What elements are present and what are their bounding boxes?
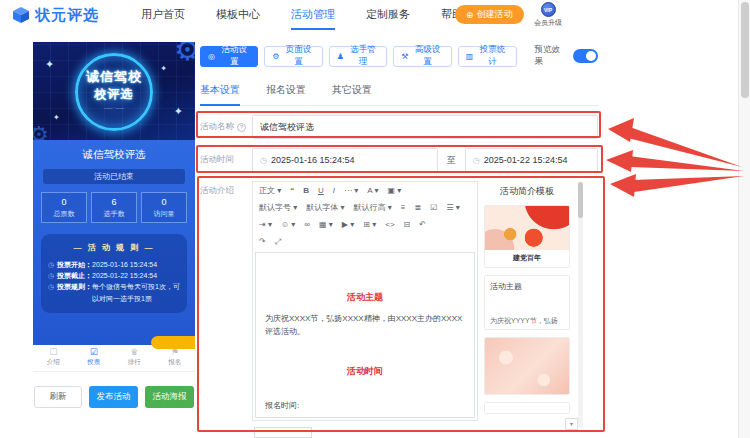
activity-name-field[interactable] (260, 122, 590, 132)
gear-icon: ⚙ (33, 122, 49, 140)
activity-time-row: 活动时间 ◷ 至 ◷ (200, 148, 598, 172)
advanced-settings-button[interactable]: ⚒ 高级设置 (393, 46, 451, 67)
preview-toggle[interactable] (573, 49, 598, 63)
phone-tab-intro[interactable]: ☐ 介绍 (33, 345, 74, 371)
ordered-list-icon[interactable]: ≣ (414, 203, 421, 212)
panel-scrollbar[interactable] (578, 182, 583, 428)
rule-vote-rule: ◷ 投票规则： 每个微信号每天可投1次，可以对同一选手投1票 (48, 281, 180, 303)
status-banner: 活动已结束 (43, 169, 185, 184)
help-icon[interactable]: ? (237, 123, 246, 132)
font-size-dropdown[interactable]: 默认字号 ▾ (259, 202, 297, 213)
activity-intro-label: 活动介绍 (200, 181, 252, 197)
page-scrollbar[interactable] (738, 0, 750, 438)
image-dropdown[interactable]: ▦ ▾ (319, 220, 333, 229)
vip-upgrade[interactable]: VIP 会员升级 (531, 2, 565, 28)
phone-tab-vote[interactable]: ☑ 投票 (74, 345, 115, 371)
refresh-button[interactable]: 刷新 (34, 386, 82, 408)
template-thumbnail (485, 338, 569, 394)
phone-action-buttons: 刷新 发布活动 活动海报 (33, 386, 195, 408)
font-color-dropdown[interactable]: A ▾ (367, 186, 378, 195)
highlight-color-dropdown[interactable]: ▣ ▾ (387, 186, 401, 195)
publish-activity-button[interactable]: 发布活动 (89, 386, 138, 408)
rules-card: — 活 动 规 则 — ◷ 投票开始： 2025-01-16 15:24:54 … (41, 234, 187, 313)
intro-heading-theme: 活动主题 (265, 291, 465, 304)
page-settings-button[interactable]: ⚙ 页面设置 (264, 46, 322, 67)
undo-icon[interactable]: ↶ (419, 220, 426, 229)
paragraph-style-dropdown[interactable]: 正文 ▾ (259, 185, 281, 196)
time-end-input[interactable]: ◷ (465, 148, 598, 172)
phone-tab-bar: ☐ 介绍 ☑ 投票 ♛ 排行 ⚑ 报名 (33, 345, 195, 372)
preview-label: 预览效果 (535, 44, 568, 68)
blockquote-icon[interactable]: “ (290, 186, 294, 195)
create-activity-button[interactable]: ⊕ 创建活动 (455, 5, 524, 24)
activity-name-input[interactable] (252, 115, 598, 139)
time-start-input[interactable]: ◷ (252, 148, 438, 172)
preview-effect: 预览效果 (535, 44, 598, 68)
editor-toolbar-row-3: ⇥ ▾ ☺ ▾ ∞ ▦ ▾ ▶ ▾ ⊞ ▾ <> ⊟ ↶ (253, 216, 477, 233)
crown-icon: ♛ (114, 348, 155, 357)
logo[interactable]: 状元评选 (12, 6, 99, 25)
bar-chart-icon: ▥ (466, 52, 474, 61)
nav-item-activity-manage[interactable]: 活动管理 (291, 7, 335, 24)
settings-panel: ◎ 活动设置 ⚙ 页面设置 ♟ 选手管理 ⚒ 高级设置 ▥ 投票统计 预览效果 … (200, 44, 598, 438)
align-dropdown[interactable]: ☰ ▾ (446, 203, 459, 212)
page-scrollbar-thumb[interactable] (741, 2, 749, 98)
intro-heading-time: 活动时间 (265, 365, 465, 378)
player-manage-button[interactable]: ♟ 选手管理 (329, 46, 387, 67)
todo-list-icon[interactable]: ☑ (430, 203, 437, 212)
nav-item-custom-service[interactable]: 定制服务 (366, 7, 410, 24)
video-dropdown[interactable]: ▶ ▾ (342, 220, 354, 229)
logo-text: 状元评选 (35, 6, 99, 25)
rich-editor-wrap: 正文 ▾ “ B U I ⋯ ▾ A ▾ ▣ ▾ 默认字号 ▾ 默认字体 ▾ 默… (252, 181, 478, 438)
indent-dropdown[interactable]: ⇥ ▾ (259, 220, 272, 229)
rich-text-editor: 正文 ▾ “ B U I ⋯ ▾ A ▾ ▣ ▾ 默认字号 ▾ 默认字体 ▾ 默… (252, 181, 478, 421)
bullet-list-icon[interactable]: ≡ (401, 203, 406, 212)
underline-icon[interactable]: U (318, 186, 324, 195)
intro-template-panel: 活动简介模板 建党百年 活动主题 为庆祝YYYY节，弘扬 (484, 181, 570, 437)
activity-poster-button[interactable]: 活动海报 (145, 386, 194, 408)
panel-scrollbar-thumb[interactable] (578, 182, 583, 218)
table-dropdown[interactable]: ⊞ ▾ (363, 220, 376, 229)
vote-statistics-button[interactable]: ▥ 投票统计 (458, 46, 517, 67)
template-card-party100[interactable]: 建党百年 (484, 205, 570, 268)
redo-icon[interactable]: ↷ (259, 237, 266, 246)
code-icon[interactable]: <> (385, 220, 394, 229)
time-start-field[interactable] (271, 155, 430, 165)
editor-wordcount-box (254, 427, 312, 438)
link-icon[interactable]: ∞ (304, 220, 310, 229)
people-icon: ♟ (337, 52, 344, 61)
nav-item-templates[interactable]: 模板中心 (216, 7, 260, 24)
bold-icon[interactable]: B (303, 186, 309, 195)
fullscreen-icon[interactable]: ⤢ (275, 237, 281, 247)
tab-other-settings[interactable]: 其它设置 (332, 83, 372, 105)
floating-action-tag[interactable] (151, 336, 195, 349)
tab-basic-settings[interactable]: 基本设置 (200, 83, 240, 105)
tab-signup-settings[interactable]: 报名设置 (266, 83, 306, 105)
divider-icon[interactable]: ⊟ (404, 220, 411, 229)
rule-vote-start: ◷ 投票开始： 2025-01-16 15:24:54 (48, 259, 180, 270)
more-format-dropdown[interactable]: ⋯ ▾ (344, 186, 358, 195)
clock-icon: ◷ (48, 281, 54, 303)
clock-icon: ◷ (260, 156, 267, 165)
plus-icon: ⊕ (466, 10, 474, 20)
italic-icon[interactable]: I (333, 186, 335, 195)
stat-visits: 0 访问量 (141, 192, 187, 223)
emoji-dropdown[interactable]: ☺ ▾ (281, 220, 295, 229)
scroll-down-button[interactable]: ▾ (565, 418, 578, 430)
activity-settings-button[interactable]: ◎ 活动设置 (200, 46, 258, 67)
nav-item-home[interactable]: 用户首页 (141, 7, 185, 24)
template-card-pink[interactable] (484, 337, 570, 395)
editor-content[interactable]: 活动主题 为庆祝XXXX节，弘扬XXXX精神，由XXXX主办的XXXX评选活动。… (255, 252, 475, 418)
template-card-partial[interactable] (484, 402, 570, 414)
font-family-dropdown[interactable]: 默认字体 ▾ (306, 202, 344, 213)
template-card-text[interactable]: 活动主题 为庆祝YYYY节，弘扬 (484, 275, 570, 330)
phone-tab-ranking[interactable]: ♛ 排行 (114, 345, 155, 371)
clock-icon: ◷ (473, 156, 480, 165)
phone-preview: ⚙ ⚙ ✦ ✦ ✦ ✦ 诚信驾校 校评选 —— · —— 诚信驾校评选 活动已结… (33, 42, 195, 408)
gear-icon: ⚙ (272, 52, 279, 61)
time-end-field[interactable] (484, 155, 590, 165)
sparkle-icon: ✦ (53, 113, 60, 122)
clock-icon: ◷ (48, 259, 54, 270)
settings-tabs: 基本设置 报名设置 其它设置 (200, 83, 598, 106)
line-height-dropdown[interactable]: 默认行高 ▾ (354, 202, 392, 213)
